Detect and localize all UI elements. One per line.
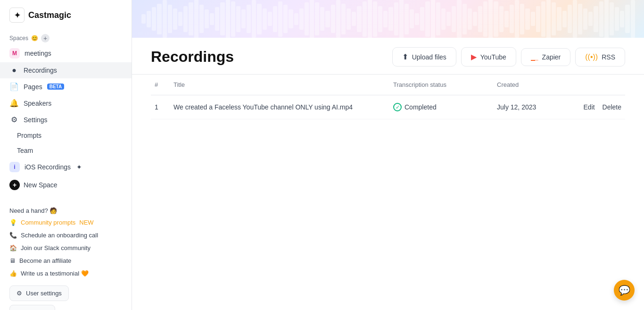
- recordings-table: # Title Transcription status Created 1 W…: [151, 75, 625, 119]
- upload-icon: ⬆: [402, 52, 408, 61]
- logo-icon: ✦: [9, 8, 25, 23]
- community-prompts-badge: NEW: [79, 219, 93, 226]
- col-header-status: Transcription status: [389, 75, 493, 95]
- add-space-button[interactable]: +: [41, 34, 50, 42]
- settings-icon: ⚙: [9, 115, 19, 124]
- settings-label: Settings: [24, 116, 48, 124]
- sidebar-item-testimonial[interactable]: 👍 Write us a testimonial 🧡: [0, 267, 132, 280]
- pages-badge: BETA: [47, 84, 64, 90]
- col-header-actions: [569, 75, 625, 95]
- join-slack-label: Join our Slack community: [21, 244, 91, 251]
- ios-space-icon: i: [9, 162, 20, 172]
- star-icon: ✦: [76, 163, 82, 171]
- schedule-call-icon: 📞: [9, 232, 17, 239]
- new-space-button[interactable]: + New Space: [0, 176, 132, 194]
- app-logo[interactable]: ✦ Castmagic: [0, 0, 132, 30]
- row-actions: Edit Delete: [569, 95, 625, 119]
- rss-label: RSS: [602, 53, 615, 61]
- youtube-icon: ▶: [471, 52, 477, 61]
- team-label: Team: [17, 147, 33, 154]
- recordings-icon: ●: [9, 66, 19, 75]
- sidebar-item-join-slack[interactable]: 🏠 Join our Slack community: [0, 242, 132, 254]
- chat-widget-icon: 💬: [619, 285, 630, 296]
- app-name: Castmagic: [28, 10, 71, 20]
- status-completed-icon: ✓: [393, 103, 402, 111]
- row-title[interactable]: We created a Faceless YouTube channel ON…: [170, 95, 389, 119]
- top-banner: // Will be rendered inline: [132, 0, 644, 38]
- user-settings-icon: ⚙: [17, 290, 22, 297]
- sidebar-item-recordings[interactable]: ● Recordings: [0, 62, 132, 78]
- user-settings-button[interactable]: ⚙ User settings: [9, 285, 69, 301]
- meetings-space-label: meetings: [25, 50, 51, 57]
- delete-button[interactable]: Delete: [603, 103, 621, 111]
- meetings-space-icon: M: [9, 48, 20, 59]
- recordings-table-container: # Title Transcription status Created 1 W…: [132, 75, 644, 310]
- community-prompts-icon: 💡: [9, 219, 17, 226]
- row-status: ✓ Completed: [389, 95, 493, 119]
- sidebar-item-meetings[interactable]: M meetings: [0, 44, 132, 62]
- status-completed-label: Completed: [405, 103, 437, 111]
- spaces-section: Spaces 😊 +: [0, 30, 132, 44]
- sidebar-item-settings[interactable]: ⚙ Settings: [0, 111, 132, 128]
- youtube-button[interactable]: ▶ YouTube: [461, 47, 516, 67]
- header-actions: ⬆ Upload files ▶ YouTube ⎯_ Zapier ((•))…: [392, 47, 625, 67]
- table-row: 1 We created a Faceless YouTube channel …: [151, 95, 625, 119]
- sidebar-bottom: ⚙ User settings ↪ Sign out: [0, 280, 132, 310]
- sidebar-item-become-affiliate[interactable]: 🖥 Become an affiliate: [0, 254, 132, 267]
- new-space-icon: +: [9, 180, 20, 190]
- page-header: Recordings ⬆ Upload files ▶ YouTube ⎯_ Z…: [132, 38, 644, 75]
- main-content: // Will be rendered inline Recordings ⬆ …: [132, 0, 644, 310]
- edit-button[interactable]: Edit: [584, 103, 595, 111]
- zapier-label: Zapier: [542, 53, 561, 61]
- testimonial-label: Write us a testimonial 🧡: [21, 270, 89, 277]
- spaces-emoji: 😊: [31, 35, 38, 42]
- schedule-call-label: Schedule an onboarding call: [21, 232, 98, 239]
- zapier-button[interactable]: ⎯_ Zapier: [521, 48, 570, 66]
- slack-icon: 🏠: [9, 244, 17, 251]
- testimonial-icon: 👍: [9, 270, 17, 277]
- speakers-label: Speakers: [24, 100, 51, 107]
- sidebar-item-community-prompts[interactable]: 💡 Community prompts NEW: [0, 216, 132, 229]
- sidebar-item-ios-recordings[interactable]: i iOS Recordings ✦: [0, 158, 132, 176]
- community-prompts-label: Community prompts: [21, 219, 75, 226]
- page-title: Recordings: [151, 48, 234, 66]
- new-space-label: New Space: [24, 181, 58, 189]
- user-settings-label: User settings: [26, 290, 62, 297]
- recordings-label: Recordings: [24, 67, 57, 74]
- col-header-title: Title: [170, 75, 389, 95]
- rss-button[interactable]: ((•)) RSS: [575, 48, 625, 67]
- sidebar-item-team[interactable]: Team: [0, 143, 132, 158]
- waveform-decoration: // Will be rendered inline: [132, 0, 644, 38]
- sidebar-item-schedule-call[interactable]: 📞 Schedule an onboarding call: [0, 229, 132, 242]
- affiliate-icon: 🖥: [9, 257, 16, 264]
- row-num: 1: [151, 95, 170, 119]
- ios-recordings-label: iOS Recordings: [25, 163, 71, 171]
- pages-icon: 📄: [9, 82, 19, 91]
- upload-files-label: Upload files: [412, 53, 446, 61]
- sidebar-item-pages[interactable]: 📄 Pages BETA: [0, 78, 132, 95]
- row-created: July 12, 2023: [493, 95, 569, 119]
- chat-widget-button[interactable]: 💬: [614, 280, 635, 301]
- pages-label: Pages: [24, 83, 42, 91]
- sidebar: ✦ Castmagic Spaces 😊 + M meetings ● Reco…: [0, 0, 132, 310]
- sidebar-item-speakers[interactable]: 🔔 Speakers: [0, 95, 132, 111]
- col-header-created: Created: [493, 75, 569, 95]
- speakers-icon: 🔔: [9, 99, 19, 108]
- rss-icon: ((•)): [585, 53, 598, 61]
- sidebar-item-prompts[interactable]: Prompts: [0, 128, 132, 143]
- zapier-icon: ⎯_: [531, 53, 538, 61]
- help-heading: Need a hand? 🧑: [0, 201, 132, 216]
- upload-files-button[interactable]: ⬆ Upload files: [392, 47, 456, 67]
- spaces-label: Spaces: [9, 35, 28, 42]
- sign-out-button[interactable]: ↪ Sign out: [9, 305, 55, 310]
- col-header-num: #: [151, 75, 170, 95]
- youtube-label: YouTube: [480, 53, 506, 61]
- prompts-label: Prompts: [17, 132, 41, 139]
- become-affiliate-label: Become an affiliate: [19, 257, 71, 264]
